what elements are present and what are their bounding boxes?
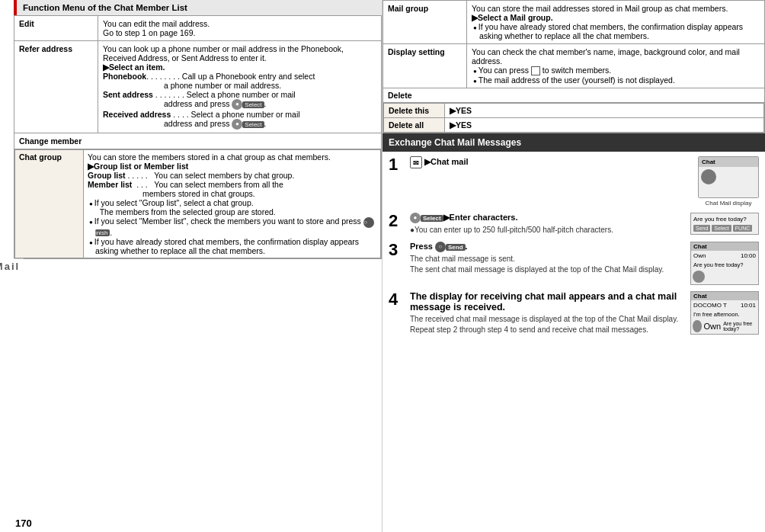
change-member-label: Change member bbox=[14, 133, 382, 149]
left-column: Mail Function Menu of the Chat Member Li… bbox=[0, 0, 382, 532]
refer-address-content: You can look up a phone number or mail a… bbox=[98, 41, 382, 133]
steps-area: 1 ✉ ▶Chat mail Chat Chat Mail display bbox=[382, 152, 765, 532]
step-3-title: Press ○Send. bbox=[410, 242, 684, 252]
edit-label: Edit bbox=[14, 16, 98, 41]
table-row: Display setting You can check the chat m… bbox=[383, 44, 765, 88]
msg-avatar-icon bbox=[693, 271, 705, 283]
step-4-image: Chat DOCOMO T 10:01 I'm free afternoon. … bbox=[690, 291, 759, 335]
table-row: Refer address You can look up a phone nu… bbox=[14, 41, 382, 133]
recv-msg-row: DOCOMO T 10:01 bbox=[691, 300, 758, 310]
recv-sender: DOCOMO T bbox=[693, 302, 727, 309]
step-2-number: 2 bbox=[389, 213, 405, 229]
table-row: Change member bbox=[14, 133, 382, 149]
recv-question: Are you free today? bbox=[723, 321, 757, 332]
sent-message-display: Chat Own 10:00 Are you free today? bbox=[690, 242, 759, 285]
step-1-row: 1 ✉ ▶Chat mail Chat Chat Mail display bbox=[389, 156, 759, 207]
table-row: Delete all ▶YES bbox=[384, 118, 764, 133]
exchange-header: Exchange Chat Mail Messages bbox=[382, 133, 765, 152]
chat-group-label: Chat group bbox=[15, 150, 84, 258]
step-3-number: 3 bbox=[389, 242, 405, 258]
recv-own-label: Own bbox=[704, 322, 722, 331]
delete-all-label: Delete all bbox=[384, 118, 445, 133]
select-btn: Select bbox=[712, 225, 731, 232]
table-row: Chat group You can store the members sto… bbox=[14, 149, 382, 258]
input-buttons: Send Select FUNC bbox=[693, 225, 756, 232]
step-4-title: The display for receiving chat mail appe… bbox=[410, 291, 684, 312]
mail-group-label: Mail group bbox=[383, 1, 467, 44]
delete-this-label: Delete this bbox=[384, 104, 445, 118]
chat-group-subtable: Chat group You can store the members sto… bbox=[14, 149, 381, 258]
received-message-display: Chat DOCOMO T 10:01 I'm free afternoon. … bbox=[690, 291, 759, 335]
main-left-content: Function Menu of the Chat Member List Ed… bbox=[14, 0, 382, 532]
step-2-row: 2 ●Select▶Enter characters. ●You can ent… bbox=[389, 213, 759, 236]
msg-sender: Own bbox=[693, 252, 706, 259]
step-2-desc: ●You can enter up to 250 full-pitch/500 … bbox=[410, 225, 684, 236]
input-question-text: Are you free today? bbox=[693, 216, 756, 223]
page-number: 170 bbox=[15, 518, 32, 529]
chat-group-content: You can store the members stored in a ch… bbox=[84, 150, 381, 258]
step-2-title: ●Select▶Enter characters. bbox=[410, 213, 684, 223]
input-display: Are you free today? Send Select FUNC bbox=[690, 213, 759, 235]
step-1-title: ✉ ▶Chat mail bbox=[410, 156, 692, 168]
table-row: Delete bbox=[383, 88, 765, 103]
step-3-image: Chat Own 10:00 Are you free today? bbox=[690, 242, 759, 285]
step-1-content: ✉ ▶Chat mail bbox=[410, 156, 692, 170]
step-4-desc: The received chat mail message is displa… bbox=[410, 314, 684, 335]
step-4-content: The display for receiving chat mail appe… bbox=[410, 291, 684, 335]
step-3-desc: The chat mail message is sent. The sent … bbox=[410, 254, 684, 275]
exchange-title: Exchange Chat Mail Messages bbox=[389, 137, 521, 148]
sidebar-label: Mail bbox=[0, 259, 24, 274]
delete-all-value: ▶YES bbox=[445, 118, 764, 133]
recv-msg-text: I'm free afternoon. bbox=[691, 310, 758, 319]
refer-address-label: Refer address bbox=[14, 41, 98, 133]
msg-text: Are you free today? bbox=[691, 261, 758, 269]
table-row: Delete this ▶YES Delete all ▶YES bbox=[383, 103, 765, 133]
display-setting-content: You can check the chat member's name, im… bbox=[467, 44, 765, 88]
recv-avatar-icon bbox=[693, 320, 702, 332]
func-btn: FUNC bbox=[733, 225, 752, 232]
delete-label: Delete bbox=[383, 88, 765, 103]
chat-screen-title: Chat bbox=[699, 157, 758, 167]
table-row: Edit You can edit the mail address. Go t… bbox=[14, 16, 382, 41]
left-section-title: Function Menu of the Chat Member List bbox=[23, 3, 187, 12]
recv-time: 10:01 bbox=[741, 302, 756, 309]
chat-screen-body bbox=[699, 167, 758, 197]
step-4-number: 4 bbox=[389, 291, 405, 308]
step-1-number: 1 bbox=[389, 156, 405, 173]
right-column: Mail group You can store the mail addres… bbox=[382, 0, 765, 532]
chat-mail-display-label: Chat Mail display bbox=[698, 200, 759, 207]
step-3-row: 3 Press ○Send. The chat mail message is … bbox=[389, 242, 759, 285]
step-1-image: Chat Chat Mail display bbox=[698, 156, 759, 207]
msg-avatar-row bbox=[691, 269, 758, 284]
chat-mail-display: Chat bbox=[698, 156, 759, 198]
mail-group-content: You can store the mail addresses stored … bbox=[467, 1, 765, 44]
step-4-row: 4 The display for receiving chat mail ap… bbox=[389, 291, 759, 335]
display-setting-label: Display setting bbox=[383, 44, 467, 88]
msg-own-row: Own 10:00 bbox=[691, 251, 758, 261]
delete-subtable: Delete this ▶YES Delete all ▶YES bbox=[383, 103, 764, 133]
recv-screen-title: Chat bbox=[691, 292, 758, 300]
msg-time: 10:00 bbox=[741, 252, 756, 259]
table-row: Mail group You can store the mail addres… bbox=[383, 1, 765, 44]
edit-content: You can edit the mail address. Go to ste… bbox=[98, 16, 382, 41]
table-row: Delete this ▶YES bbox=[384, 104, 764, 118]
table-row: Chat group You can store the members sto… bbox=[15, 150, 381, 258]
send-btn: Send bbox=[693, 225, 710, 232]
msg-screen-title: Chat bbox=[691, 242, 758, 251]
step-2-content: ●Select▶Enter characters. ●You can enter… bbox=[410, 213, 684, 236]
right-top-table: Mail group You can store the mail addres… bbox=[382, 0, 765, 133]
recv-avatar-row: Own Are you free today? bbox=[691, 319, 758, 334]
left-section-header: Function Menu of the Chat Member List bbox=[14, 0, 382, 15]
function-menu-table: Edit You can edit the mail address. Go t… bbox=[14, 15, 382, 259]
step-3-content: Press ○Send. The chat mail message is se… bbox=[410, 242, 684, 275]
step-2-image: Are you free today? Send Select FUNC bbox=[690, 213, 759, 235]
delete-this-value: ▶YES bbox=[445, 104, 764, 118]
